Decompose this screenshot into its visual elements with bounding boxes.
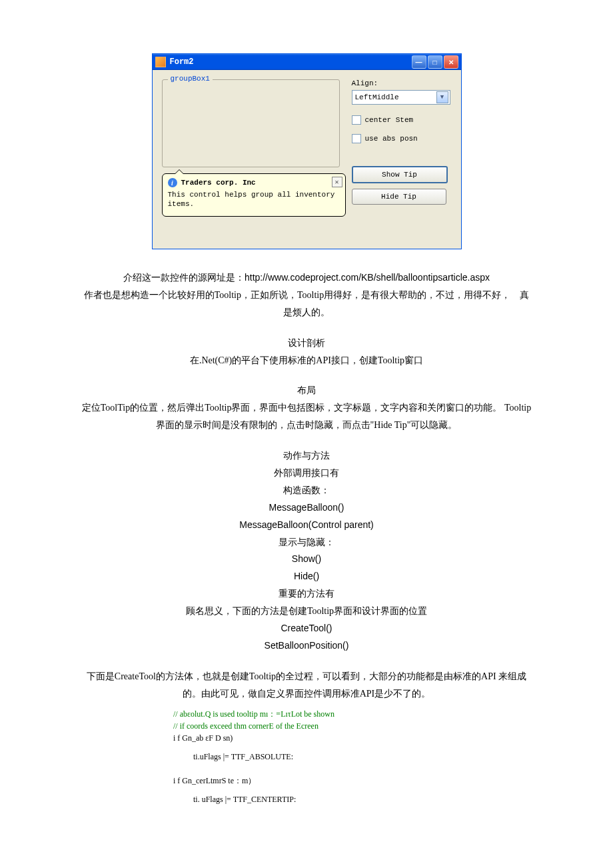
minimize-button[interactable]: — xyxy=(412,55,426,69)
groupbox-title: groupBox1 xyxy=(168,75,213,83)
checkbox-icon xyxy=(352,134,361,143)
form-title: Form2 xyxy=(170,57,412,67)
heading: 设计剖析 xyxy=(80,335,533,352)
use-abs-checkbox[interactable]: use abs posn xyxy=(352,134,452,143)
code: CreateTool() xyxy=(80,620,533,637)
form-window: Form2 — □ ✕ groupBox1 ✕ i Traders corp. … xyxy=(152,53,462,249)
close-button[interactable]: ✕ xyxy=(444,55,458,69)
code-line: ti. uFlags |= TTF_CENTERTIP: xyxy=(173,793,440,805)
titlebar: Form2 — □ ✕ xyxy=(153,54,461,70)
hide-tip-button[interactable]: Hide Tip xyxy=(352,189,446,205)
maximize-button[interactable]: □ xyxy=(428,55,442,69)
text: 顾名思义，下面的方法是创建Tooltip界面和设计界面的位置 xyxy=(80,603,533,620)
text: 定位ToolTip的位置，然后弹出Tooltip界面，界面中包括图标，文字标题，… xyxy=(80,399,533,434)
show-tip-button[interactable]: Show Tip xyxy=(352,166,448,183)
code: SetBalloonPosition() xyxy=(80,637,533,655)
code-comment: // if coords exceed thm cornerE of the E… xyxy=(173,720,440,732)
info-icon: i xyxy=(168,178,177,187)
text: 外部调用接口有 xyxy=(80,465,533,482)
center-stem-label: center Stem xyxy=(365,116,414,124)
text: 在.Net(C#)的平台下使用标准的API接口，创建Tooltip窗口 xyxy=(80,352,533,369)
balloon-tooltip: ✕ i Traders corp. Inc This control helps… xyxy=(162,173,346,217)
align-combobox[interactable]: LeftMiddle ▼ xyxy=(352,90,450,105)
form-screenshot: Form2 — □ ✕ groupBox1 ✕ i Traders corp. … xyxy=(80,53,533,249)
code-snippet: // abεolut.Q is used tooltip mı：=LıτLot … xyxy=(173,708,440,805)
form-icon xyxy=(155,57,166,67)
heading: 布局 xyxy=(80,382,533,399)
text: 下面是CreateTool的方法体，也就是创建Tooltip的全过程，可以看到，… xyxy=(80,668,533,703)
balloon-title: Traders corp. Inc xyxy=(181,179,256,187)
center-stem-checkbox[interactable]: center Stem xyxy=(352,115,452,125)
align-value: LeftMiddle xyxy=(355,93,399,101)
chevron-down-icon: ▼ xyxy=(436,91,448,103)
groupbox: groupBox1 xyxy=(162,79,340,167)
code-comment: // abεolut.Q is used tooltip mı：=LıτLot … xyxy=(173,708,440,720)
text: 作者也是想构造一个比较好用的Tooltip，正如所说，Tooltip用得好，是有… xyxy=(80,287,533,321)
code: Show() xyxy=(80,551,533,568)
article-body: 介绍这一款控件的源网址是：http://www.codeproject.com/… xyxy=(80,269,533,805)
balloon-close-button[interactable]: ✕ xyxy=(332,177,342,187)
code: MessageBalloon() xyxy=(80,499,533,517)
code-line: i f Gn_ab εF D sn) xyxy=(173,732,440,744)
code-line: ti.uFlags |= TTF_ABSOLUTE: xyxy=(173,751,440,763)
code: Hide() xyxy=(80,568,533,585)
text: 构造函数： xyxy=(80,482,533,499)
checkbox-icon xyxy=(352,115,361,125)
text: 介绍这一款控件的源网址是：http://www.codeproject.com/… xyxy=(80,269,533,287)
text: 显示与隐藏： xyxy=(80,534,533,551)
text: 重要的方法有 xyxy=(80,585,533,603)
balloon-body: This control helps group all inventory i… xyxy=(168,190,340,209)
heading: 动作与方法 xyxy=(80,447,533,465)
use-abs-label: use abs posn xyxy=(365,135,418,143)
align-label: Align: xyxy=(352,79,452,87)
code-line: i f Gn_cerLtmrS te：m） xyxy=(173,775,440,787)
code: MessageBalloon(Control parent) xyxy=(80,517,533,534)
